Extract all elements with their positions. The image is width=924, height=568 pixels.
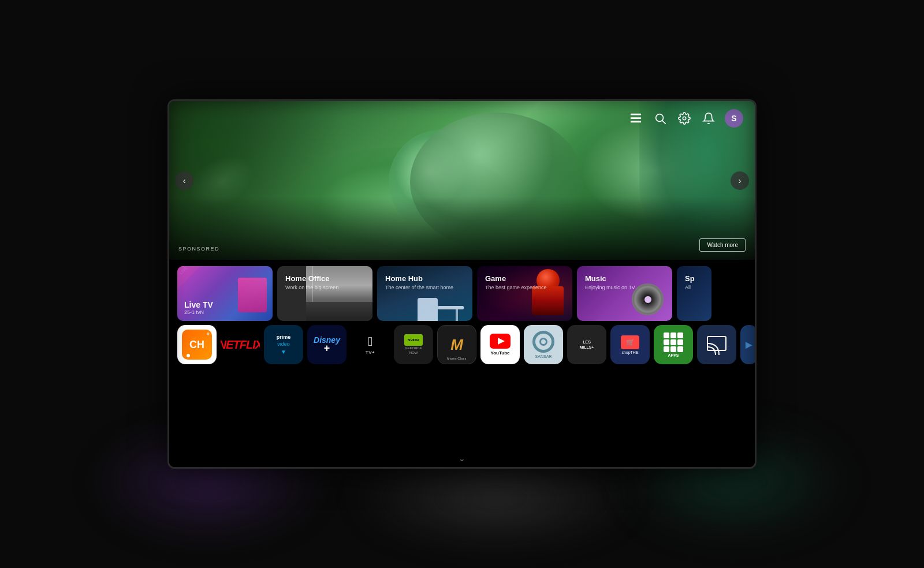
category-home-hub[interactable]: Home Hub The center of the smart home	[377, 266, 472, 321]
category-game[interactable]: Game The best game experience	[477, 266, 572, 321]
svg-point-5	[683, 117, 686, 120]
sp-text: Sp All	[685, 274, 695, 290]
apps-label: APPS	[668, 353, 679, 357]
app-shoptv[interactable]: 🛒 shopTHE	[610, 325, 650, 364]
home-hub-subtitle: The center of the smart home	[385, 285, 453, 290]
notification-icon[interactable]	[701, 110, 717, 126]
sponsored-badge: SPONSORED	[178, 246, 219, 252]
youtube-play-button	[490, 334, 511, 349]
live-tv-content: Live TV 25-1 tvN	[184, 300, 213, 315]
home-office-title: Home Office	[285, 274, 338, 283]
vinyl-record	[632, 283, 664, 315]
app-sansar[interactable]: SANSAR	[524, 325, 563, 364]
home-office-text: Home Office Work on the big screen	[285, 274, 338, 290]
ch-dot	[187, 354, 190, 357]
sansar-ring	[532, 331, 554, 353]
category-home-office[interactable]: Home Office Work on the big screen	[277, 266, 372, 321]
app-apps[interactable]: APPS	[654, 325, 693, 364]
bottom-indicator: ⌄	[459, 454, 465, 462]
ch-plus-logo: CH +	[182, 330, 212, 360]
apps-grid-icon	[664, 332, 683, 352]
sansar-label: SANSAR	[535, 354, 552, 358]
masterclass-inner: M MasterClass	[438, 326, 476, 364]
app-netflix[interactable]: NETFLIX	[221, 325, 260, 364]
app-youtube[interactable]: YouTube	[480, 325, 520, 364]
live-tv-subtitle: 25-1 tvN	[184, 309, 213, 315]
shoptv-label: shopTHE	[621, 350, 638, 354]
svg-line-4	[662, 121, 665, 124]
prev-arrow[interactable]: ‹	[175, 171, 193, 190]
apple-tv-label: TV+	[366, 350, 375, 355]
game-text: Game The best game experience	[485, 274, 547, 290]
app-apple-tv[interactable]:  TV+	[351, 325, 390, 364]
music-subtitle: Enjoying music on TV	[585, 285, 635, 290]
search-icon[interactable]	[652, 110, 668, 126]
app-masterclass[interactable]: M MasterClass	[437, 325, 476, 364]
lesmills-label: LESMILLS+	[579, 339, 594, 350]
app-more[interactable]: ►	[740, 325, 755, 364]
sp-title: Sp	[685, 274, 695, 283]
nvidia-geforce-label: GEFORCENOW	[405, 346, 422, 354]
categories-section: LIVE Live TV 25-1 tvN Home Office Work o…	[169, 261, 755, 326]
top-nav: S	[616, 101, 755, 136]
category-music[interactable]: Music Enjoying music on TV	[577, 266, 672, 321]
home-office-subtitle: Work on the big screen	[285, 285, 338, 290]
music-text: Music Enjoying music on TV	[585, 274, 635, 290]
prime-label: prime	[277, 334, 291, 340]
scroll-down-chevron: ⌄	[459, 454, 465, 462]
shoptv-bag-icon: 🛒	[621, 335, 639, 349]
category-live-tv[interactable]: LIVE Live TV 25-1 tvN	[177, 266, 273, 321]
home-hub-title: Home Hub	[385, 274, 453, 283]
svg-rect-2	[631, 121, 641, 123]
svg-rect-0	[631, 114, 641, 115]
youtube-play-triangle	[498, 338, 505, 345]
masterclass-label: MasterClass	[438, 357, 476, 360]
nvidia-logo: NVIDIA	[404, 334, 423, 346]
youtube-label: YouTube	[490, 350, 509, 356]
app-disney-plus[interactable]: Disney +	[307, 325, 346, 364]
cast-icon	[706, 334, 727, 355]
apps-row: CH + NETFLIX prime video ▼ Disney +	[169, 322, 755, 368]
disney-logo: Disney +	[314, 335, 340, 354]
app-ch-plus[interactable]: CH +	[177, 325, 217, 364]
menu-icon[interactable]	[628, 110, 644, 126]
app-prime-video[interactable]: prime video ▼	[264, 325, 303, 364]
sp-subtitle: All	[685, 285, 695, 290]
category-sp[interactable]: Sp All	[677, 266, 711, 321]
app-cast[interactable]	[697, 325, 736, 364]
tv-frame: S ‹ › SPONSORED Watch more	[167, 99, 757, 469]
next-arrow[interactable]: ›	[731, 171, 749, 190]
ch-plus-sign: +	[206, 331, 210, 337]
game-title: Game	[485, 274, 547, 283]
watch-more-button[interactable]: Watch more	[699, 238, 746, 252]
app-lesmills[interactable]: LESMILLS+	[567, 325, 606, 364]
user-avatar[interactable]: S	[725, 109, 743, 128]
music-title: Music	[585, 274, 635, 283]
shoptv-symbol: 🛒	[626, 338, 635, 346]
game-subtitle: The best game experience	[485, 285, 547, 290]
settings-icon[interactable]	[676, 110, 692, 126]
app-nvidia-geforce[interactable]: NVIDIA GEFORCENOW	[394, 325, 433, 364]
apple-icon: 	[368, 334, 372, 349]
live-tv-title: Live TV	[184, 300, 213, 309]
svg-rect-1	[631, 117, 641, 119]
sansar-inner-ring	[539, 338, 547, 346]
vinyl-center	[644, 296, 651, 303]
prime-arrow-icon: ▼	[281, 349, 286, 355]
home-hub-text: Home Hub The center of the smart home	[385, 274, 453, 290]
tv-screen: S ‹ › SPONSORED Watch more	[169, 101, 755, 467]
prime-video-label: video	[277, 341, 290, 347]
